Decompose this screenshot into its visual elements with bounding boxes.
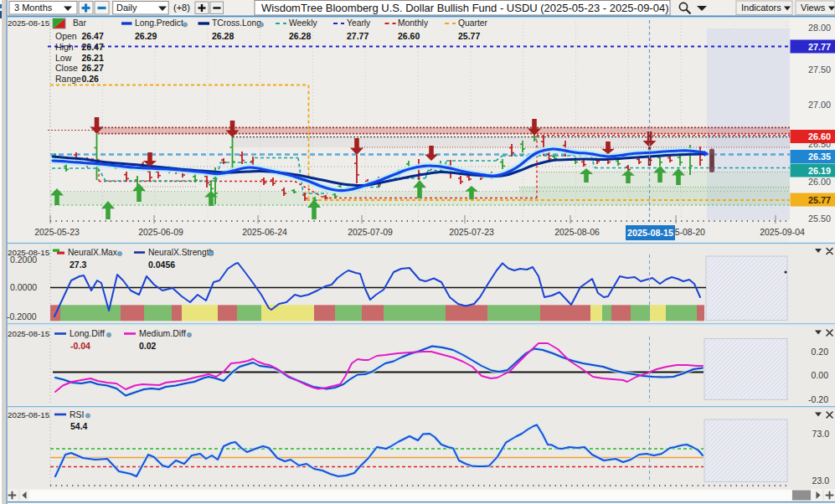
svg-text:26.21: 26.21 xyxy=(82,53,104,63)
svg-text:26.47: 26.47 xyxy=(82,42,104,52)
svg-text:-0.20: -0.20 xyxy=(808,394,828,404)
svg-text:Yearly: Yearly xyxy=(347,18,371,28)
svg-text:Range: Range xyxy=(55,74,81,84)
svg-text:0.26: 0.26 xyxy=(82,74,100,84)
svg-text:-0.2000: -0.2000 xyxy=(7,311,37,321)
svg-text:27.3: 27.3 xyxy=(70,260,87,270)
svg-text:2025-05-23: 2025-05-23 xyxy=(34,227,80,237)
svg-text:Long.Diff: Long.Diff xyxy=(70,328,105,338)
svg-text:Indicators: Indicators xyxy=(741,3,781,13)
svg-text:2025-06-09: 2025-06-09 xyxy=(138,227,183,237)
svg-text:26.28: 26.28 xyxy=(212,31,234,41)
svg-text:27.77: 27.77 xyxy=(347,31,369,41)
svg-text:2025-08-15: 2025-08-15 xyxy=(8,18,50,28)
svg-text:0.0456: 0.0456 xyxy=(148,260,175,270)
svg-text:0.00: 0.00 xyxy=(812,370,829,380)
svg-text:Views: Views xyxy=(801,3,826,13)
svg-text:Daily: Daily xyxy=(116,3,137,13)
svg-text:0.20: 0.20 xyxy=(812,347,829,357)
svg-text:26.28: 26.28 xyxy=(289,31,311,41)
svg-text:0.2000: 0.2000 xyxy=(10,255,37,265)
svg-text:3 Months: 3 Months xyxy=(14,3,53,13)
svg-text:54.4: 54.4 xyxy=(70,421,88,431)
svg-text:2025-07-09: 2025-07-09 xyxy=(348,227,393,237)
svg-text:26.60: 26.60 xyxy=(808,131,831,141)
svg-text:NeuralX.Strength: NeuralX.Strength xyxy=(148,248,214,257)
svg-text:26.19: 26.19 xyxy=(808,166,831,176)
svg-text:26.47: 26.47 xyxy=(82,31,104,41)
svg-text:2025-07-23: 2025-07-23 xyxy=(449,227,494,237)
svg-text:2025-08-15: 2025-08-15 xyxy=(8,410,50,419)
svg-text:0.02: 0.02 xyxy=(139,341,157,351)
svg-text:25.77: 25.77 xyxy=(808,195,831,205)
svg-text:26.27: 26.27 xyxy=(82,63,104,73)
svg-text:26.00: 26.00 xyxy=(808,177,831,187)
svg-text:26.35: 26.35 xyxy=(808,152,831,162)
svg-text:2025-09-04: 2025-09-04 xyxy=(760,227,805,237)
svg-text:26.60: 26.60 xyxy=(398,31,420,41)
svg-text:28.00: 28.00 xyxy=(808,23,831,33)
svg-text:Low: Low xyxy=(55,53,72,63)
svg-text:TCross.Long: TCross.Long xyxy=(212,18,261,28)
svg-text:26.29: 26.29 xyxy=(135,31,157,41)
svg-text:2025-08-06: 2025-08-06 xyxy=(554,227,600,237)
svg-text:Medium.Diff: Medium.Diff xyxy=(139,328,186,338)
svg-text:25.50: 25.50 xyxy=(808,213,831,224)
svg-text:2025-08-15: 2025-08-15 xyxy=(8,329,50,338)
svg-text:Long.Predict: Long.Predict xyxy=(135,18,183,28)
svg-text:2025-06-24: 2025-06-24 xyxy=(242,227,287,237)
svg-text:RSI: RSI xyxy=(70,409,85,419)
svg-text:Quarter: Quarter xyxy=(458,18,487,28)
svg-text:(+8): (+8) xyxy=(173,3,190,13)
svg-text:27.00: 27.00 xyxy=(808,100,831,110)
svg-text:25.77: 25.77 xyxy=(458,31,480,41)
svg-text:23.0: 23.0 xyxy=(812,476,830,486)
svg-text:Monthly: Monthly xyxy=(398,18,429,28)
svg-text:27.77: 27.77 xyxy=(808,42,831,52)
svg-text:Bar: Bar xyxy=(73,18,87,28)
svg-text:73.0: 73.0 xyxy=(812,429,830,439)
svg-text:27.50: 27.50 xyxy=(808,64,831,75)
svg-text:Close: Close xyxy=(55,63,78,73)
svg-text:2025-08-15: 2025-08-15 xyxy=(627,228,673,238)
svg-text:Weekly: Weekly xyxy=(289,18,317,28)
svg-text:Open: Open xyxy=(55,31,77,41)
svg-text:0.0000: 0.0000 xyxy=(10,282,37,292)
svg-text:High: High xyxy=(55,42,74,52)
svg-text:-0.04: -0.04 xyxy=(70,341,90,351)
svg-text:NeuralX.Max: NeuralX.Max xyxy=(68,248,117,257)
svg-text:WisdomTree Bloomberg U.S. Doll: WisdomTree Bloomberg U.S. Dollar Bullish… xyxy=(261,2,669,14)
